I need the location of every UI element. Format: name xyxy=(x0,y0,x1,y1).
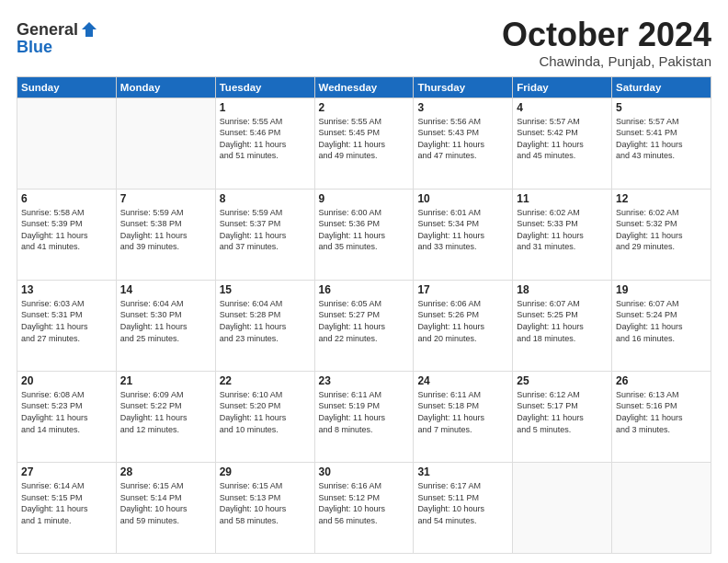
day-detail: Sunrise: 5:59 AM Sunset: 5:37 PM Dayligh… xyxy=(220,207,311,253)
day-number: 8 xyxy=(220,192,311,205)
title-section: October 2024 Chawinda, Punjab, Pakistan xyxy=(502,17,711,69)
day-detail: Sunrise: 5:56 AM Sunset: 5:43 PM Dayligh… xyxy=(417,116,508,162)
day-cell: 21Sunrise: 6:09 AM Sunset: 5:22 PM Dayli… xyxy=(116,371,215,462)
col-header-friday: Friday xyxy=(513,76,612,98)
day-cell: 9Sunrise: 6:00 AM Sunset: 5:36 PM Daylig… xyxy=(314,189,414,280)
day-number: 20 xyxy=(21,374,112,387)
day-number: 1 xyxy=(220,101,311,114)
day-cell: 17Sunrise: 6:06 AM Sunset: 5:26 PM Dayli… xyxy=(414,280,513,371)
day-detail: Sunrise: 6:15 AM Sunset: 5:14 PM Dayligh… xyxy=(120,480,211,526)
day-number: 22 xyxy=(220,374,311,387)
col-header-sunday: Sunday xyxy=(17,76,117,98)
day-cell: 29Sunrise: 6:15 AM Sunset: 5:13 PM Dayli… xyxy=(215,462,314,553)
day-number: 23 xyxy=(319,374,410,387)
col-header-tuesday: Tuesday xyxy=(215,76,314,98)
day-cell xyxy=(612,462,711,553)
day-detail: Sunrise: 6:05 AM Sunset: 5:27 PM Dayligh… xyxy=(319,298,410,344)
day-detail: Sunrise: 6:11 AM Sunset: 5:18 PM Dayligh… xyxy=(417,389,508,435)
day-number: 30 xyxy=(319,465,410,478)
day-number: 9 xyxy=(319,192,410,205)
day-cell: 14Sunrise: 6:04 AM Sunset: 5:30 PM Dayli… xyxy=(116,280,215,371)
day-number: 7 xyxy=(120,192,211,205)
day-detail: Sunrise: 6:08 AM Sunset: 5:23 PM Dayligh… xyxy=(21,389,112,435)
day-number: 24 xyxy=(417,374,508,387)
day-cell xyxy=(116,98,215,189)
day-number: 5 xyxy=(616,101,707,114)
day-detail: Sunrise: 6:07 AM Sunset: 5:24 PM Dayligh… xyxy=(616,298,707,344)
day-cell: 28Sunrise: 6:15 AM Sunset: 5:14 PM Dayli… xyxy=(116,462,215,553)
header-row: SundayMondayTuesdayWednesdayThursdayFrid… xyxy=(17,76,711,98)
day-cell: 23Sunrise: 6:11 AM Sunset: 5:19 PM Dayli… xyxy=(314,371,414,462)
day-cell: 19Sunrise: 6:07 AM Sunset: 5:24 PM Dayli… xyxy=(612,280,711,371)
day-number: 13 xyxy=(21,283,112,296)
day-detail: Sunrise: 5:55 AM Sunset: 5:45 PM Dayligh… xyxy=(319,116,410,162)
day-number: 10 xyxy=(417,192,508,205)
day-cell: 15Sunrise: 6:04 AM Sunset: 5:28 PM Dayli… xyxy=(215,280,314,371)
day-number: 29 xyxy=(220,465,311,478)
day-cell: 24Sunrise: 6:11 AM Sunset: 5:18 PM Dayli… xyxy=(414,371,513,462)
day-cell: 10Sunrise: 6:01 AM Sunset: 5:34 PM Dayli… xyxy=(414,189,513,280)
day-detail: Sunrise: 6:07 AM Sunset: 5:25 PM Dayligh… xyxy=(517,298,608,344)
day-number: 25 xyxy=(517,374,608,387)
day-detail: Sunrise: 6:11 AM Sunset: 5:19 PM Dayligh… xyxy=(319,389,410,435)
day-number: 3 xyxy=(417,101,508,114)
logo-blue-text: Blue xyxy=(17,39,52,55)
day-number: 18 xyxy=(517,283,608,296)
day-detail: Sunrise: 6:01 AM Sunset: 5:34 PM Dayligh… xyxy=(417,207,508,253)
day-cell: 18Sunrise: 6:07 AM Sunset: 5:25 PM Dayli… xyxy=(513,280,612,371)
day-detail: Sunrise: 5:59 AM Sunset: 5:38 PM Dayligh… xyxy=(120,207,211,253)
day-cell: 13Sunrise: 6:03 AM Sunset: 5:31 PM Dayli… xyxy=(17,280,117,371)
day-detail: Sunrise: 6:14 AM Sunset: 5:15 PM Dayligh… xyxy=(21,480,112,526)
day-cell: 20Sunrise: 6:08 AM Sunset: 5:23 PM Dayli… xyxy=(17,371,117,462)
day-number: 19 xyxy=(616,283,707,296)
day-detail: Sunrise: 6:15 AM Sunset: 5:13 PM Dayligh… xyxy=(220,480,311,526)
day-number: 14 xyxy=(120,283,211,296)
day-number: 17 xyxy=(417,283,508,296)
day-detail: Sunrise: 6:03 AM Sunset: 5:31 PM Dayligh… xyxy=(21,298,112,344)
week-row-2: 6Sunrise: 5:58 AM Sunset: 5:39 PM Daylig… xyxy=(17,189,711,280)
day-cell: 2Sunrise: 5:55 AM Sunset: 5:45 PM Daylig… xyxy=(314,98,414,189)
day-detail: Sunrise: 6:12 AM Sunset: 5:17 PM Dayligh… xyxy=(517,389,608,435)
week-row-1: 1Sunrise: 5:55 AM Sunset: 5:46 PM Daylig… xyxy=(17,98,711,189)
day-cell: 16Sunrise: 6:05 AM Sunset: 5:27 PM Dayli… xyxy=(314,280,414,371)
logo: General Blue xyxy=(17,20,98,55)
day-detail: Sunrise: 6:13 AM Sunset: 5:16 PM Dayligh… xyxy=(616,389,707,435)
day-detail: Sunrise: 6:09 AM Sunset: 5:22 PM Dayligh… xyxy=(120,389,211,435)
day-detail: Sunrise: 6:04 AM Sunset: 5:30 PM Dayligh… xyxy=(120,298,211,344)
day-cell: 6Sunrise: 5:58 AM Sunset: 5:39 PM Daylig… xyxy=(17,189,117,280)
week-row-5: 27Sunrise: 6:14 AM Sunset: 5:15 PM Dayli… xyxy=(17,462,711,553)
calendar-table: SundayMondayTuesdayWednesdayThursdayFrid… xyxy=(17,76,711,554)
day-detail: Sunrise: 6:04 AM Sunset: 5:28 PM Dayligh… xyxy=(220,298,311,344)
day-cell: 31Sunrise: 6:17 AM Sunset: 5:11 PM Dayli… xyxy=(414,462,513,553)
day-detail: Sunrise: 6:02 AM Sunset: 5:33 PM Dayligh… xyxy=(517,207,608,253)
day-cell: 25Sunrise: 6:12 AM Sunset: 5:17 PM Dayli… xyxy=(513,371,612,462)
day-detail: Sunrise: 6:00 AM Sunset: 5:36 PM Dayligh… xyxy=(319,207,410,253)
day-number: 31 xyxy=(417,465,508,478)
day-cell: 12Sunrise: 6:02 AM Sunset: 5:32 PM Dayli… xyxy=(612,189,711,280)
day-detail: Sunrise: 5:55 AM Sunset: 5:46 PM Dayligh… xyxy=(220,116,311,162)
day-cell: 3Sunrise: 5:56 AM Sunset: 5:43 PM Daylig… xyxy=(414,98,513,189)
col-header-wednesday: Wednesday xyxy=(314,76,414,98)
day-cell xyxy=(513,462,612,553)
month-title: October 2024 xyxy=(502,17,711,53)
day-cell xyxy=(17,98,117,189)
svg-marker-0 xyxy=(82,22,97,37)
week-row-4: 20Sunrise: 6:08 AM Sunset: 5:23 PM Dayli… xyxy=(17,371,711,462)
day-number: 15 xyxy=(220,283,311,296)
day-cell: 22Sunrise: 6:10 AM Sunset: 5:20 PM Dayli… xyxy=(215,371,314,462)
day-detail: Sunrise: 6:16 AM Sunset: 5:12 PM Dayligh… xyxy=(319,480,410,526)
day-cell: 1Sunrise: 5:55 AM Sunset: 5:46 PM Daylig… xyxy=(215,98,314,189)
logo-icon xyxy=(80,20,98,39)
day-number: 16 xyxy=(319,283,410,296)
location: Chawinda, Punjab, Pakistan xyxy=(502,53,711,69)
day-cell: 30Sunrise: 6:16 AM Sunset: 5:12 PM Dayli… xyxy=(314,462,414,553)
day-number: 26 xyxy=(616,374,707,387)
day-detail: Sunrise: 5:58 AM Sunset: 5:39 PM Dayligh… xyxy=(21,207,112,253)
day-cell: 27Sunrise: 6:14 AM Sunset: 5:15 PM Dayli… xyxy=(17,462,117,553)
day-number: 28 xyxy=(120,465,211,478)
day-number: 27 xyxy=(21,465,112,478)
day-detail: Sunrise: 5:57 AM Sunset: 5:42 PM Dayligh… xyxy=(517,116,608,162)
day-cell: 7Sunrise: 5:59 AM Sunset: 5:38 PM Daylig… xyxy=(116,189,215,280)
day-number: 2 xyxy=(319,101,410,114)
page: General Blue October 2024 Chawinda, Punj… xyxy=(0,0,728,563)
